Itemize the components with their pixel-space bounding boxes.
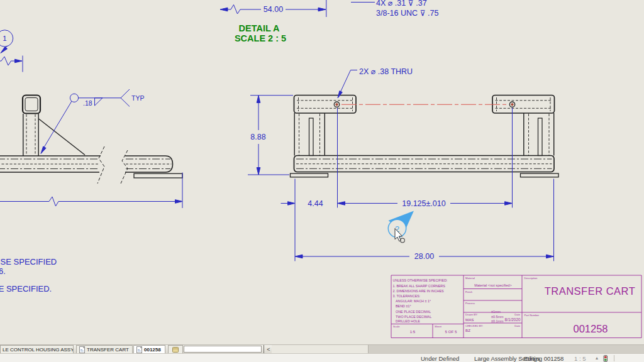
tb-material-label: Material — [465, 277, 475, 280]
solidworks-drawing-window: 54.00 4X ⌀ .31 ⊽ .37 3/8-16 UNC ⊽ .75 1 … — [0, 0, 644, 362]
tb-sheet-label: Sheet — [435, 325, 442, 328]
bottom-pad-left — [291, 173, 328, 177]
hole-callout-line1[interactable]: 4X ⌀ .31 ⊽ .37 — [376, 0, 427, 8]
tb-note-3: 3. TOLERANCES: — [393, 294, 421, 298]
main-view-geometry — [291, 96, 559, 177]
thru-arrow — [338, 91, 342, 98]
dim-54-break — [231, 5, 240, 14]
left-dim-break — [1, 57, 11, 65]
scroll-left-arrow[interactable]: < — [265, 345, 272, 353]
dim-888-arrow-bottom — [257, 168, 260, 175]
add-sheet-button[interactable] — [168, 345, 183, 353]
tb-sheet-value: 5 OF 5 — [445, 329, 457, 334]
balloon-2-flag[interactable]: 2 — [388, 211, 414, 238]
dim-54-text[interactable]: 54.00 — [264, 5, 283, 14]
weld-tail — [121, 89, 130, 107]
gusset-line — [39, 119, 86, 155]
left-dim-arrow — [15, 59, 23, 63]
tb-part-value: 001258 — [573, 323, 608, 334]
weld-size-text[interactable]: .18 — [83, 99, 92, 107]
tab-transfer-cart-label: TRANSFER CART — [87, 347, 129, 353]
status-editing: Editing 001258 — [524, 355, 564, 362]
tb-date-label-checked: Date — [514, 324, 521, 327]
tb-checked-label: CHECKED BY: — [465, 324, 483, 327]
tb-note-7: TWO PLACE DECIMAL — [396, 315, 431, 319]
tb-tol-one: ±1mm — [491, 310, 501, 314]
dim-2800-text[interactable]: 28.00 — [414, 252, 434, 261]
horizontal-scrollbar-thumb[interactable] — [368, 345, 644, 353]
left-hole[interactable] — [334, 102, 339, 107]
thru-leader — [341, 70, 358, 92]
dim-19125-text[interactable]: 19.125±.010 — [402, 199, 445, 208]
tab-001258-label: 001258 — [144, 347, 161, 353]
left-note-line2: 6. — [0, 266, 6, 276]
right-top-plate — [492, 96, 555, 114]
left-post-slot — [309, 118, 314, 156]
dim-2800-arrow-left — [295, 255, 303, 258]
tb-finish-label: Finish — [465, 290, 473, 293]
left-note-line1: ISE SPECIFIED — [0, 257, 57, 266]
tb-date-label-drawn: Date — [514, 313, 521, 316]
extension-lines — [182, 108, 554, 261]
right-post-hidden — [529, 114, 550, 155]
tb-scale-value: 1:5 — [410, 329, 416, 334]
tab-assembly-sheet[interactable]: LE CONTROL HOUSING ASSY — [0, 345, 74, 353]
sheet-tab-empty-field — [184, 346, 262, 353]
tb-note-1: 1. BREAK ALL SHARP CORNERS — [393, 284, 446, 288]
balloon-1-text[interactable]: 1 — [3, 35, 6, 42]
tb-note-4: ANGULAR: MACH ± 1° — [396, 299, 431, 303]
title-block-texts: UNLESS OTHERWISE SPECIFIED: 1. BREAK ALL… — [393, 277, 636, 334]
tb-drawn-date: 8/1/2020 — [505, 317, 521, 322]
weld-all-around-circle[interactable] — [70, 94, 78, 102]
post-edges — [23, 114, 38, 156]
tab-001258-sheet[interactable]: 001258 — [133, 345, 165, 353]
sheet-tab-bar: LE CONTROL HOUSING ASSY TRANSFER CART 00… — [0, 344, 644, 353]
dim-888-text[interactable]: 8.88 — [250, 133, 265, 141]
tb-drawn-value: MAS — [465, 317, 474, 322]
tabbar-divider — [264, 345, 264, 354]
tb-note-2: 2. DIMENSIONS ARE IN INCHES — [393, 289, 445, 293]
tb-scale-label: Scale — [393, 325, 400, 328]
status-separator — [614, 355, 614, 361]
tab-assembly-label: LE CONTROL HOUSING ASSY — [3, 347, 74, 353]
right-hole[interactable] — [509, 102, 514, 107]
dim-19125-arrow-right — [505, 202, 513, 206]
hole-callout-line2[interactable]: 3/8-16 UNC ⊽ .75 — [376, 9, 439, 18]
post-hidden-lines — [26, 114, 35, 155]
tab-transfer-cart-sheet[interactable]: TRANSFER CART — [76, 345, 133, 353]
status-under-defined: Under Defined — [421, 355, 459, 362]
tb-drawn-label: Drawn BY: — [465, 313, 478, 316]
tb-description-value: TRANSFER CART — [545, 285, 636, 297]
right-post-slot — [538, 118, 543, 156]
dim-19125-arrow-left — [338, 202, 345, 206]
thru-callout-text[interactable]: 2X ⌀ .38 THRU — [359, 67, 413, 76]
tb-description-label: Description — [525, 277, 538, 280]
fillet-weld-symbol — [95, 98, 103, 106]
dim-444-arrow — [288, 202, 296, 206]
balloon-1-arrow — [1, 47, 8, 53]
bottom-pad-right — [521, 173, 559, 177]
drawing-sheet-icon — [79, 346, 86, 353]
annotation-texts: 54.00 4X ⌀ .31 ⊽ .37 3/8-16 UNC ⊽ .75 1 … — [0, 0, 446, 293]
status-caret-icon[interactable]: ▴ — [596, 355, 598, 361]
tb-material-value[interactable]: Material <not specified> — [474, 283, 511, 287]
drawing-sheet-icon — [136, 346, 143, 353]
tb-note-0: UNLESS OTHERWISE SPECIFIED: — [393, 278, 448, 282]
detail-title-text[interactable]: DETAIL A — [239, 23, 280, 33]
post-cap-inner — [25, 98, 38, 111]
left-bottom-dim-arrow — [175, 200, 183, 204]
dim-54-arrow-right — [318, 8, 326, 11]
break-mark-1 — [97, 146, 104, 184]
weld-arrow — [41, 146, 46, 154]
tb-note-5: BEND ±1° — [396, 304, 411, 308]
detail-scale-text[interactable]: SCALE 2 : 5 — [235, 33, 286, 43]
left-note-line3: SE SPECIFIED. — [0, 284, 52, 293]
dim-444-text[interactable]: 4.44 — [308, 199, 323, 208]
bottom-pad-left-view — [134, 173, 182, 178]
break-mark-2 — [121, 150, 128, 184]
left-bottom-dim-break — [49, 197, 58, 206]
tb-tol-two: ±0.5mm — [491, 315, 504, 319]
tb-checked-value: BZ — [465, 328, 470, 332]
weld-typ-text[interactable]: TYP — [131, 94, 144, 102]
tag-status-icon[interactable] — [603, 355, 608, 362]
